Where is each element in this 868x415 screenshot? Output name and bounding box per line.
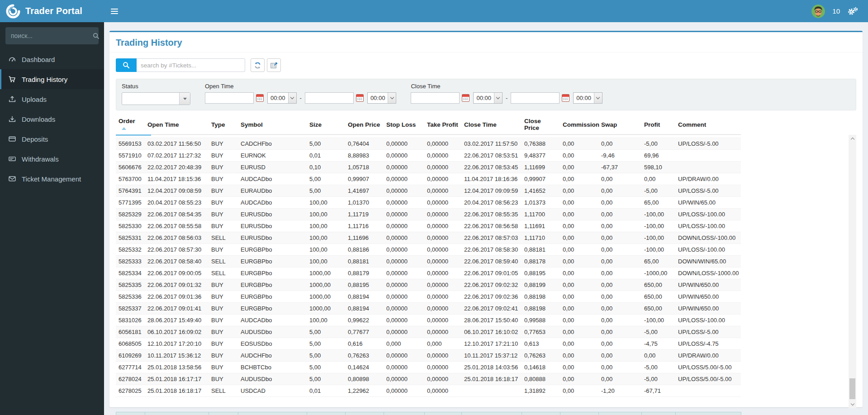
table-row[interactable]: 577139520.04.2017 08:55:23BUYAUDCADbo100… — [116, 197, 741, 209]
table-row[interactable]: 582533222.06.2017 08:57:30BUYEURGBPbo100… — [116, 244, 741, 256]
table-row[interactable]: 582533522.06.2017 09:01:32BUYEURGBPbo100… — [116, 279, 741, 291]
sidebar-item-label: Uploads — [22, 95, 47, 103]
open-time-label: Open Time — [205, 83, 396, 90]
brand-title: Trader Portal — [25, 6, 82, 16]
close-time-label: Close Time — [411, 83, 602, 90]
sort-ascending-icon — [122, 127, 126, 130]
column-header-size[interactable]: Size — [307, 116, 345, 135]
table-row[interactable]: 583102628.06.2017 15:49:40BUYAUDCADbo100… — [116, 315, 741, 326]
table-row[interactable]: 576370011.04.2017 18:15:36BUYAUDCADbo5,0… — [116, 173, 741, 185]
sidebar-item-label: Dashboard — [22, 56, 55, 63]
sidebar-search-input[interactable] — [11, 32, 93, 39]
status-select[interactable] — [122, 92, 190, 105]
column-header-take-profit[interactable]: Take Profit — [424, 116, 461, 135]
table-row[interactable]: 582533322.06.2017 08:58:40SELLEURGBPbo10… — [116, 256, 741, 267]
table-row[interactable]: 627802425.01.2018 16:17:17BUYAUDUSDbo5,0… — [116, 373, 741, 385]
page-title: Trading History — [116, 38, 863, 48]
column-header-open-price[interactable]: Open Price — [345, 116, 384, 135]
totals-row: Total48384,940,00-2242,24-41556,33 — [116, 412, 741, 415]
content: Trading History — [104, 22, 868, 415]
sidebar-item-label: Ticket Management — [22, 175, 81, 183]
close-time-to-input[interactable] — [511, 92, 560, 104]
app-window: Trader Portal Dashboard Trading History … — [0, 0, 868, 415]
table-header-row: OrderOpen TimeTypeSymbolSizeOpen PriceSt… — [116, 116, 741, 135]
scrollbar-thumb[interactable] — [849, 378, 855, 399]
table-row[interactable]: 582533022.06.2017 08:55:58BUYEURUSDbo100… — [116, 220, 741, 232]
calendar-icon[interactable] — [356, 94, 364, 102]
open-time-from-input[interactable] — [205, 92, 254, 104]
upload-icon — [8, 95, 16, 103]
user-avatar[interactable] — [811, 5, 825, 18]
chevron-down-icon — [388, 93, 396, 103]
column-header-swap[interactable]: Swap — [598, 116, 641, 135]
column-header-open-time[interactable]: Open Time — [145, 116, 209, 135]
column-header-order[interactable]: Order — [116, 116, 145, 135]
scrollbar-down-button[interactable] — [849, 401, 856, 408]
sidebar-item-trading-history[interactable]: Trading History — [0, 69, 104, 89]
vertical-scrollbar[interactable] — [849, 135, 856, 408]
trades-table-header: OrderOpen TimeTypeSymbolSizeOpen PriceSt… — [116, 116, 741, 135]
column-header-close-time[interactable]: Close Time — [461, 116, 522, 135]
tickets-search-input[interactable] — [137, 58, 245, 72]
chevron-down-icon — [594, 93, 602, 103]
cart-icon — [8, 75, 16, 83]
table-row[interactable]: 557191007.02.2017 11:27:32BUYEURNOK0,018… — [116, 150, 741, 162]
table-row[interactable]: 627771425.01.2018 13:58:56BUYBCHBTCbo5,0… — [116, 362, 741, 373]
total-label: Total — [116, 412, 145, 415]
column-header-comment[interactable]: Comment — [675, 116, 741, 135]
brand-logo[interactable]: Trader Portal — [0, 0, 104, 22]
column-header-stop-loss[interactable]: Stop Loss — [384, 116, 424, 135]
sidebar-toggle-button[interactable] — [104, 0, 125, 22]
sidebar-item-label: Withdrawals — [22, 155, 59, 163]
table-row[interactable]: 582533422.06.2017 09:00:05SELLEURGBPbo10… — [116, 267, 741, 279]
calendar-icon[interactable] — [462, 94, 470, 102]
chevron-down-icon — [494, 93, 502, 103]
table-row[interactable]: 576439112.04.2017 09:08:59BUYEURAUDbo5,0… — [116, 185, 741, 197]
refresh-button[interactable] — [251, 58, 265, 72]
credit-card-icon — [8, 135, 16, 143]
table-row[interactable]: 582532922.06.2017 08:54:35BUYEURUSDbo100… — [116, 209, 741, 220]
sidebar-search — [5, 27, 99, 44]
column-header-symbol[interactable]: Symbol — [238, 116, 307, 135]
table-row[interactable]: 610926910.11.2017 15:36:12BUYAUDCHFbo5,0… — [116, 350, 741, 362]
table-row[interactable]: 582533122.06.2017 08:56:03SELLEURUSDbo10… — [116, 232, 741, 244]
withdrawal-card-icon — [8, 155, 16, 163]
table-row[interactable]: 582533622.06.2017 09:01:36BUYEURGBPbo100… — [116, 291, 741, 303]
table-row[interactable]: 606850512.10.2017 17:20:10BUYEOSUSDbo5,0… — [116, 338, 741, 350]
logo-icon — [5, 4, 21, 19]
calendar-icon[interactable] — [562, 94, 569, 102]
sidebar-item-ticket-management[interactable]: Ticket Management — [0, 169, 104, 189]
chevron-down-icon — [288, 93, 296, 103]
calendar-icon[interactable] — [256, 94, 264, 102]
sidebar-item-dashboard[interactable]: Dashboard — [0, 49, 104, 69]
close-time-from-input[interactable] — [411, 92, 460, 104]
open-time-to-hour-select[interactable]: 00:00 — [367, 92, 397, 104]
notification-count[interactable]: 10 — [832, 7, 840, 15]
sidebar-item-deposits[interactable]: Deposits — [0, 129, 104, 149]
table-scroll-area[interactable]: 556914903.02.2017 11:52:51SELLEURAUDbo5,… — [116, 135, 856, 408]
open-time-from-hour-select[interactable]: 00:00 — [267, 92, 297, 104]
status-dropdown-arrow-icon[interactable] — [179, 93, 190, 105]
scrollbar-up-button[interactable] — [849, 135, 856, 143]
column-header-type[interactable]: Type — [209, 116, 238, 135]
topbar: 10 — [104, 0, 868, 22]
table-row[interactable]: 556915303.02.2017 11:56:50BUYCADCHFbo5,0… — [116, 138, 741, 150]
table-row[interactable]: 627802525.01.2018 16:18:17SELLUSDCAD0,01… — [116, 385, 741, 397]
search-button[interactable] — [116, 58, 137, 72]
close-time-to-hour-select[interactable]: 00:00 — [573, 92, 602, 104]
settings-gears-icon[interactable] — [847, 7, 858, 15]
search-icon[interactable] — [93, 33, 100, 39]
close-time-from-hour-select[interactable]: 00:00 — [473, 92, 503, 104]
table-row[interactable]: 605618106.10.2017 16:09:02BUYAUDUSDbo5,0… — [116, 326, 741, 338]
sidebar-item-uploads[interactable]: Uploads — [0, 89, 104, 109]
table-row[interactable]: 582533722.06.2017 09:01:41BUYEURGBPbo100… — [116, 303, 741, 315]
sidebar-item-withdrawals[interactable]: Withdrawals — [0, 149, 104, 169]
column-header-close-price[interactable]: Close Price — [522, 116, 560, 135]
column-header-profit[interactable]: Profit — [641, 116, 675, 135]
table-row[interactable]: 560667622.02.2017 20:48:39BUYEURUSD0,101… — [116, 162, 741, 173]
open-time-to-input[interactable] — [305, 92, 354, 104]
column-header-commission[interactable]: Commission — [560, 116, 598, 135]
sidebar-item-downloads[interactable]: Downloads — [0, 109, 104, 129]
sidebar-item-label: Deposits — [22, 135, 48, 143]
export-button[interactable] — [267, 58, 281, 72]
